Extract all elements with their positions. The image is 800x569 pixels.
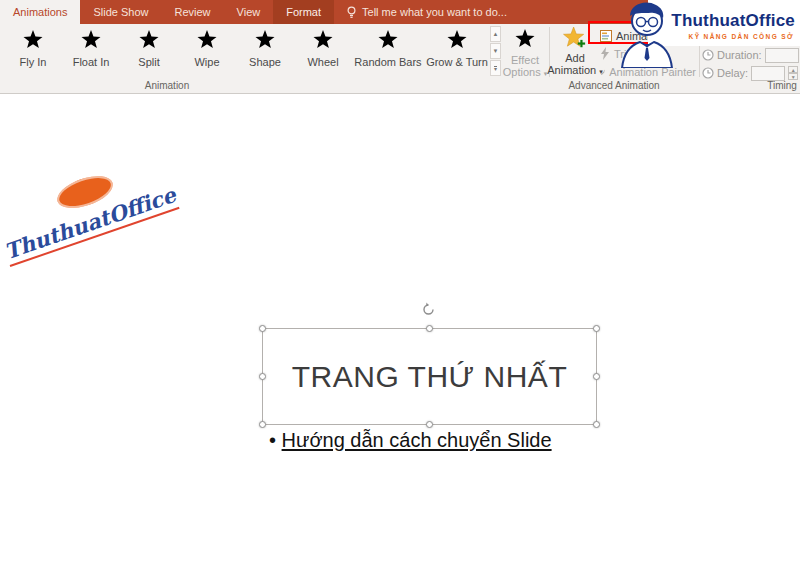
resize-handle[interactable] [259,373,266,380]
brand-tagline: KỸ NĂNG DÂN CÔNG SỞ [689,33,794,40]
tell-me-box[interactable]: Tell me what you want to do... [334,0,519,24]
resize-handle[interactable] [426,325,433,332]
resize-handle[interactable] [259,325,266,332]
delay-row: Delay: ▲▼ [702,65,798,81]
gallery-scroll-down-icon[interactable]: ▼ [490,43,501,59]
effect-label: Float In [73,56,110,68]
gallery-scroll-up-icon[interactable]: ▲ [490,26,501,42]
entrance-star-icon [139,30,159,49]
add-animation-label-1: Add [565,52,585,64]
effect-wipe[interactable]: Wipe [178,26,236,68]
tell-me-label: Tell me what you want to do... [362,6,507,18]
duration-input[interactable] [765,48,799,63]
entrance-star-icon [313,30,333,49]
slide-title-text: TRANG THỨ NHẤT [292,360,567,394]
duration-label: Duration: [717,49,762,61]
delay-stepper[interactable]: ▲▼ [788,66,798,80]
effect-options-button[interactable]: Effect Options ▾ [504,26,546,80]
duration-row: Duration: ▲▼ [702,47,800,63]
tab-slide-show[interactable]: Slide Show [80,0,161,24]
lightbulb-icon [346,6,357,19]
effect-split[interactable]: Split [120,26,178,68]
resize-handle[interactable] [593,373,600,380]
resize-handle[interactable] [593,421,600,428]
group-label-advanced-animation: Advanced Animation [544,80,684,91]
effect-label: Shape [249,56,281,68]
tab-review[interactable]: Review [161,0,223,24]
effect-label: Wheel [307,56,338,68]
tab-format[interactable]: Format [273,0,334,24]
gallery-scroll-strip: ▲ ▼ ▾ [490,26,501,77]
effect-label: Fly In [20,56,47,68]
bullet-text: Hướng dẫn cách chuyển Slide [282,429,552,451]
effect-options-star-icon [515,29,535,48]
entrance-star-icon [255,30,275,49]
entrance-star-icon [197,30,217,49]
effect-label: Wipe [194,56,219,68]
effect-label: Random Bars [354,56,421,68]
effect-float-in[interactable]: Float In [62,26,120,68]
effect-label: Split [138,56,159,68]
title-placeholder[interactable]: TRANG THỨ NHẤT [262,328,597,425]
slide-canvas[interactable]: ThuthuatOffice TRANG THỨ NHẤT • Hướng dẫ… [0,95,800,569]
entrance-star-icon [81,30,101,49]
animation-gallery: Fly In Float In Split Wipe Shape Wheel [4,26,490,68]
powerpoint-window: Animations Slide Show Review View Format… [0,0,800,569]
entrance-star-icon [447,30,467,49]
mascot-cartoon-icon [606,0,690,68]
clock-icon [702,67,714,79]
group-label-timing: Timing [752,80,800,91]
resize-handle[interactable] [593,325,600,332]
entrance-star-icon [23,30,43,49]
paintbrush-icon [600,66,605,78]
bullet-char: • [269,429,276,451]
step-down-icon: ▼ [788,73,798,80]
delay-input[interactable] [751,66,785,81]
effect-fly-in[interactable]: Fly In [4,26,62,68]
resize-handle[interactable] [426,421,433,428]
gallery-more-icon[interactable]: ▾ [490,60,501,76]
slide-bullet-line[interactable]: • Hướng dẫn cách chuyển Slide [269,429,552,452]
entrance-star-icon [378,30,398,49]
effect-random-bars[interactable]: Random Bars [352,26,424,68]
tab-view[interactable]: View [224,0,274,24]
rotate-handle-icon[interactable] [421,302,436,317]
delay-label: Delay: [717,67,748,79]
add-animation-star-icon [563,27,587,50]
resize-handle[interactable] [259,421,266,428]
tab-animations[interactable]: Animations [0,0,80,24]
effect-options-label-2: Options ▾ [503,66,548,80]
effect-shape[interactable]: Shape [236,26,294,68]
effect-label: Grow & Turn [426,56,488,68]
slide-logo: ThuthuatOffice [0,171,163,299]
effect-wheel[interactable]: Wheel [294,26,352,68]
add-animation-label-2: Animation ▾ [547,64,603,78]
step-up-icon: ▲ [788,66,798,73]
effect-grow-and-turn[interactable]: Grow & Turn [424,26,490,68]
clock-icon [702,49,714,61]
group-label-animation: Animation [120,80,214,91]
effect-options-label-1: Effect [511,54,539,66]
